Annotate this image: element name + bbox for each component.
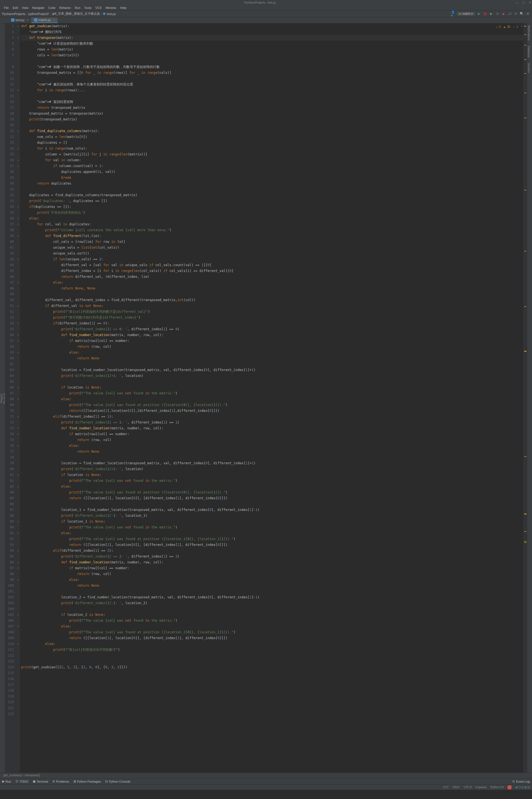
code-crumbs[interactable]: get_zuobiao() › transpose() bbox=[0, 773, 532, 778]
tool-database[interactable]: Database bbox=[527, 46, 530, 58]
menu-help[interactable]: Help bbox=[118, 5, 128, 10]
chevron-icon[interactable]: ˄ ˅ bbox=[521, 24, 525, 30]
minimize-icon[interactable]: — bbox=[516, 1, 518, 4]
window-title: PycharmProjects - test.py bbox=[4, 1, 516, 4]
tray-icons[interactable]: ⊕ ☐ ⊙ ⊞ ⊡ bbox=[515, 786, 530, 789]
caret-position[interactable]: 3:27 bbox=[443, 786, 449, 789]
right-tool-strip: Notifications Database SciView bbox=[527, 23, 532, 773]
search-icon[interactable]: 🔍 bbox=[520, 12, 524, 16]
close-icon[interactable]: ✕ bbox=[529, 1, 531, 4]
crumb-folder[interactable]: gt4_字库_图标_滑画乐_五子棋点选 bbox=[52, 12, 100, 16]
tool-python-packages[interactable]: ⊞ Python Packages bbox=[74, 780, 101, 783]
fold-gutter[interactable]: ⊟⊟⊟⊟⊟⊟⊟⊟⊟⊟⊟⊟⊟⊟⊟⊟⊟⊟⊟⊟⊟⊟⊟⊟⊟⊟⊟⊟⊟⊟⊟⊟⊟⊟⊟ bbox=[17, 23, 20, 773]
menu-window[interactable]: Window bbox=[104, 5, 118, 10]
code-crumb-text: get_zuobiao() › transpose() bbox=[3, 774, 40, 777]
typos-count: 3 bbox=[516, 25, 518, 28]
code-editor[interactable]: ⚠ 5 ▲ 36 ✓ 3 ˄ ˅ 12356791011121315161718… bbox=[5, 23, 527, 773]
tool-run[interactable]: ▶ Run bbox=[2, 780, 11, 783]
crumb-root[interactable]: PycharmProjects bbox=[2, 12, 25, 16]
menu-refactor[interactable]: Refactor bbox=[58, 5, 73, 10]
user-icon[interactable]: 👤▾ bbox=[451, 12, 455, 16]
menubar: File Edit View Navigate Code Refactor Ru… bbox=[0, 5, 532, 11]
titlebar: PycharmProjects - test.py — ☐ ✕ bbox=[0, 0, 532, 5]
menu-tools[interactable]: Tools bbox=[83, 5, 93, 10]
tool-python-console[interactable]: ⊡ Python Console bbox=[105, 780, 130, 783]
run-target-icon: ▶ bbox=[459, 12, 461, 15]
svg-rect-0 bbox=[1, 1, 4, 4]
tab-label: test.py bbox=[16, 18, 24, 22]
menu-file[interactable]: File bbox=[2, 5, 11, 10]
menu-edit[interactable]: Edit bbox=[11, 5, 20, 10]
menu-view[interactable]: View bbox=[20, 5, 30, 10]
run-config-selector[interactable]: ▶match ▾ bbox=[457, 12, 475, 16]
encoding[interactable]: UTF-8 bbox=[464, 786, 472, 789]
inspection-indicator[interactable]: ⚠ 5 ▲ 36 ✓ 3 ˄ ˅ bbox=[496, 24, 525, 30]
close-tab-icon[interactable]: × bbox=[26, 18, 28, 22]
tool-problems[interactable]: ⊘ Problems bbox=[53, 780, 69, 783]
tool-sciview[interactable]: SciView bbox=[527, 63, 530, 73]
close-tab-icon[interactable]: × bbox=[53, 18, 55, 22]
warnings-count: 36 bbox=[507, 25, 510, 28]
debug-icon[interactable]: 🐞 bbox=[483, 12, 487, 16]
profile-icon[interactable]: ⊙ bbox=[495, 12, 499, 16]
git-branch-icon[interactable]: ⎇ bbox=[508, 12, 512, 16]
left-tool-strip: Project Structure Favorites bbox=[0, 23, 5, 773]
tool-notifications[interactable]: Notifications bbox=[527, 25, 530, 40]
tool-todo[interactable]: ☑ TODO bbox=[16, 780, 28, 783]
status-bar: 3:27 CRLF UTF-8 4 spaces Python 3.8 ⊕ ☐ … bbox=[0, 784, 532, 790]
error-stripe[interactable] bbox=[523, 23, 527, 773]
python-file-icon bbox=[34, 18, 37, 22]
editor-tabs: test.py× match.py× bbox=[0, 17, 532, 23]
coverage-icon[interactable]: ▶ bbox=[489, 12, 493, 16]
tab-match-py[interactable]: match.py× bbox=[31, 18, 58, 23]
menu-navigate[interactable]: Navigate bbox=[31, 5, 46, 10]
run-icon[interactable]: ▶ bbox=[477, 12, 481, 16]
line-ending[interactable]: CRLF bbox=[453, 786, 460, 789]
stop-icon[interactable]: ■ bbox=[501, 12, 506, 16]
menu-vcs[interactable]: VCS bbox=[94, 5, 103, 10]
settings-icon[interactable]: ⚙ bbox=[526, 12, 530, 16]
python-file-icon bbox=[11, 18, 15, 22]
bottom-tool-bar: ▶ Run ☑ TODO ▣ Terminal ⊘ Problems ⊞ Pyt… bbox=[0, 778, 532, 784]
tab-label: match.py bbox=[39, 18, 51, 22]
maximize-icon[interactable]: ☐ bbox=[522, 1, 525, 4]
navbar: PycharmProjects› pythonProject2› gt4_字库_… bbox=[0, 11, 532, 17]
crumb-file[interactable]: test.py bbox=[107, 12, 116, 16]
problems-count: 5 bbox=[499, 25, 501, 28]
line-gutter[interactable]: 1235679101112131516171819202122232425262… bbox=[5, 23, 17, 773]
tool-terminal[interactable]: ▣ Terminal bbox=[33, 780, 48, 783]
menu-run[interactable]: Run bbox=[73, 5, 82, 10]
interpreter[interactable]: Python 3.8 bbox=[490, 786, 504, 789]
crumb-project[interactable]: pythonProject2 bbox=[28, 12, 49, 16]
update-icon[interactable]: ⟳ bbox=[514, 12, 517, 16]
python-file-icon: ⬢ bbox=[103, 12, 106, 16]
code-area[interactable]: def get_zuobiao(matrix): "com"># 翻转行列号 d… bbox=[20, 23, 523, 773]
menu-code[interactable]: Code bbox=[46, 5, 57, 10]
ime-icon[interactable] bbox=[508, 785, 512, 789]
run-config-label: match bbox=[463, 12, 470, 15]
breadcrumb: PycharmProjects› pythonProject2› gt4_字库_… bbox=[2, 12, 451, 16]
tool-project[interactable]: Project bbox=[0, 394, 3, 403]
indent[interactable]: 4 spaces bbox=[475, 786, 487, 789]
app-icon bbox=[1, 1, 4, 4]
event-log[interactable]: ⊙ Event Log bbox=[512, 780, 530, 783]
tab-test-py[interactable]: test.py× bbox=[8, 18, 31, 23]
